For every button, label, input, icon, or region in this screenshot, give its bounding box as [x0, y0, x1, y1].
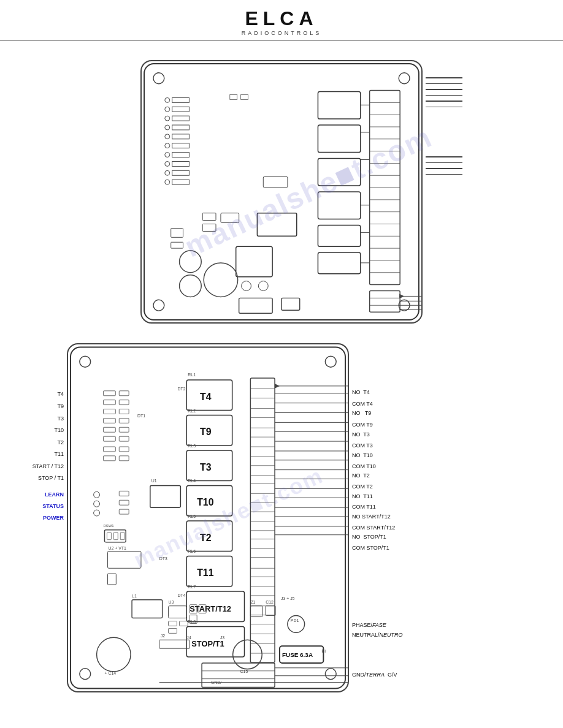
- top-pcb-svg: [142, 61, 421, 322]
- svg-rect-103: [119, 500, 129, 505]
- svg-rect-26: [318, 125, 360, 153]
- label-no-t3: NO T3: [352, 431, 370, 438]
- svg-text:T3: T3: [200, 462, 212, 472]
- main-content: manualshe■t.com: [0, 40, 563, 715]
- svg-rect-134: [250, 378, 275, 662]
- svg-rect-182: [150, 485, 181, 507]
- svg-text:C12: C12: [266, 600, 274, 604]
- svg-point-53: [180, 251, 202, 273]
- svg-point-81: [80, 669, 91, 680]
- svg-rect-196: [169, 606, 187, 618]
- label-com-t3: COM T3: [352, 442, 373, 449]
- svg-text:RL3: RL3: [188, 444, 196, 448]
- label-com-t4: COM T4: [352, 401, 373, 407]
- svg-text:T10: T10: [197, 497, 214, 507]
- svg-text:U1: U1: [151, 479, 157, 483]
- svg-rect-8: [172, 125, 190, 130]
- svg-text:U2 + VT1: U2 + VT1: [108, 546, 126, 550]
- svg-text:L1: L1: [132, 594, 137, 598]
- label-no-t2: NO T2: [352, 472, 370, 479]
- svg-text:STOP/T1: STOP/T1: [191, 639, 224, 648]
- svg-rect-202: [179, 621, 188, 626]
- label-com-t11: COM T11: [352, 504, 376, 510]
- svg-text:RL6: RL6: [188, 549, 196, 553]
- label-com-stop-t1: COM STOP/T1: [352, 545, 389, 551]
- svg-rect-201: [169, 621, 177, 626]
- svg-rect-89: [103, 447, 115, 452]
- svg-rect-63: [230, 94, 237, 99]
- svg-text:START/T12: START/T12: [190, 604, 231, 613]
- connector-group-top: [426, 77, 481, 107]
- svg-rect-14: [172, 180, 190, 184]
- board-container: manualshe■t.com: [18, 50, 545, 705]
- svg-rect-28: [318, 192, 360, 219]
- svg-rect-98: [119, 456, 129, 461]
- svg-point-213: [233, 640, 262, 669]
- svg-point-3: [153, 300, 164, 311]
- svg-point-24: [165, 180, 170, 184]
- svg-rect-47: [370, 290, 400, 312]
- svg-rect-25: [318, 92, 360, 119]
- label-com-start-t12: COM START/T12: [352, 525, 395, 531]
- svg-point-22: [165, 161, 170, 166]
- svg-rect-104: [119, 509, 129, 514]
- svg-text:T2: T2: [200, 533, 212, 543]
- svg-text:Z1: Z1: [250, 600, 255, 604]
- svg-text:Fi: Fi: [321, 648, 326, 654]
- svg-rect-30: [318, 252, 360, 274]
- svg-text:DT2: DT2: [177, 387, 185, 391]
- svg-rect-102: [119, 491, 129, 496]
- svg-text:+ C14: + C14: [104, 671, 116, 675]
- svg-text:GND/: GND/: [211, 680, 221, 684]
- label-neutral: NEUTRAL/NEUTRO: [352, 632, 403, 638]
- svg-text:J3 + J5: J3 + J5: [281, 596, 295, 601]
- svg-rect-84: [103, 400, 115, 405]
- top-right-connectors: [426, 77, 481, 180]
- svg-rect-108: [113, 533, 118, 540]
- bottom-pcb-wrapper: T4 T9 T3 T10 T2 T11 START / T12 STOP / T…: [67, 343, 349, 705]
- svg-point-23: [165, 170, 170, 175]
- svg-point-211: [97, 637, 131, 672]
- svg-rect-12: [172, 161, 190, 166]
- label-no-t4: NO T4: [352, 389, 370, 395]
- svg-rect-0: [144, 64, 419, 320]
- bottom-pcb-diagram: manualshe■t.com: [67, 343, 349, 692]
- svg-rect-194: [132, 600, 163, 618]
- svg-rect-91: [119, 391, 129, 396]
- svg-rect-51: [221, 213, 239, 223]
- svg-rect-57: [171, 242, 183, 248]
- svg-text:RL5: RL5: [188, 514, 196, 518]
- svg-rect-203: [169, 628, 177, 633]
- svg-rect-87: [103, 427, 115, 432]
- svg-rect-27: [318, 159, 360, 186]
- svg-rect-107: [107, 533, 111, 540]
- svg-point-2: [399, 73, 410, 84]
- svg-point-19: [165, 134, 170, 139]
- svg-rect-59: [282, 298, 300, 310]
- svg-rect-29: [318, 225, 360, 246]
- label-learn: LEARN: [45, 491, 64, 498]
- label-no-t9: NO T9: [352, 410, 371, 416]
- svg-text:U3: U3: [169, 600, 174, 604]
- svg-text:DT3: DT3: [159, 556, 167, 561]
- label-t11: T11: [54, 451, 64, 457]
- svg-point-18: [165, 125, 170, 130]
- svg-rect-85: [103, 409, 115, 414]
- svg-rect-88: [103, 436, 115, 441]
- label-stop-t1: STOP / T1: [38, 475, 64, 481]
- svg-text:T9: T9: [200, 427, 212, 437]
- svg-rect-94: [119, 418, 129, 423]
- connector-group-bottom: [426, 156, 481, 175]
- label-no-t10: NO T10: [352, 452, 373, 458]
- svg-rect-193: [107, 574, 116, 585]
- svg-point-65: [242, 281, 251, 291]
- label-com-t2: COM T2: [352, 483, 373, 490]
- svg-point-20: [165, 143, 170, 148]
- label-t10: T10: [54, 427, 64, 433]
- svg-rect-90: [103, 456, 115, 461]
- svg-rect-95: [119, 427, 129, 432]
- svg-point-79: [80, 356, 91, 367]
- svg-text:PD1: PD1: [291, 618, 299, 623]
- svg-point-100: [94, 501, 100, 507]
- svg-rect-62: [263, 176, 288, 188]
